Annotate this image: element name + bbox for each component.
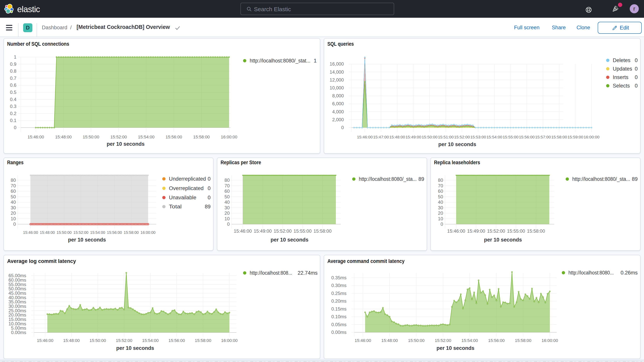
svg-text:Inserts: Inserts [613, 74, 628, 80]
svg-text:15:46:00: 15:46:00 [357, 135, 373, 139]
svg-text:40: 40 [224, 200, 230, 205]
svg-text:Selects: Selects [613, 83, 630, 89]
svg-text:1: 1 [314, 58, 316, 64]
svg-text:0: 0 [635, 66, 638, 72]
svg-text:0.20ms: 0.20ms [331, 298, 346, 304]
svg-text:0: 0 [341, 125, 344, 130]
svg-text:Updates: Updates [613, 66, 632, 72]
svg-text:15:46:00: 15:46:00 [28, 134, 44, 139]
svg-text:15:58:00: 15:58:00 [124, 230, 139, 234]
svg-text:14,000: 14,000 [330, 70, 344, 74]
svg-text:0.00ms: 0.00ms [331, 330, 346, 335]
svg-text:10: 10 [438, 216, 443, 221]
svg-text:0.5: 0.5 [10, 90, 16, 95]
svg-text:Ranges: Ranges [7, 160, 24, 166]
svg-text:15:54:00: 15:54:00 [142, 338, 159, 343]
svg-text:15:48:00: 15:48:00 [40, 230, 55, 234]
svg-text:15:54:00: 15:54:00 [486, 135, 502, 139]
svg-text:89: 89 [205, 204, 210, 210]
svg-text:15:46:00: 15:46:00 [447, 228, 465, 234]
svg-text:16:00:00: 16:00:00 [584, 135, 600, 139]
svg-text:10: 10 [224, 216, 230, 221]
svg-text:per 10 seconds: per 10 seconds [436, 345, 474, 351]
svg-text:4,000: 4,000 [332, 109, 344, 114]
svg-text:16:00:00: 16:00:00 [221, 338, 238, 343]
svg-text:80: 80 [224, 178, 230, 183]
svg-text:0.1: 0.1 [10, 118, 16, 123]
svg-text:40: 40 [10, 200, 16, 205]
svg-text:Overreplicated: Overreplicated [169, 186, 204, 191]
svg-text:15:58:00: 15:58:00 [193, 134, 210, 139]
svg-text:15:59:00: 15:59:00 [568, 135, 583, 139]
svg-text:0: 0 [208, 195, 210, 200]
svg-text:60: 60 [438, 188, 443, 194]
svg-text:per 10 seconds: per 10 seconds [270, 237, 308, 243]
svg-text:60: 60 [224, 188, 230, 194]
svg-text:SQL queries: SQL queries [328, 41, 354, 47]
svg-text:0.10ms: 0.10ms [331, 314, 346, 319]
svg-text:0: 0 [635, 74, 638, 80]
svg-text:0.26ms: 0.26ms [620, 270, 638, 276]
svg-text:15:52:00: 15:52:00 [116, 338, 132, 343]
svg-text:15:47:00: 15:47:00 [373, 135, 389, 139]
svg-text:15:53:00: 15:53:00 [470, 135, 486, 139]
svg-text:22.74ms: 22.74ms [298, 270, 318, 276]
svg-text:65.00ms: 65.00ms [8, 273, 26, 278]
svg-text:12,000: 12,000 [330, 77, 344, 82]
svg-text:per 10 seconds: per 10 seconds [68, 237, 106, 243]
svg-text:Total: Total [169, 204, 182, 210]
svg-text:0.15ms: 0.15ms [331, 306, 346, 312]
svg-text:15:56:00: 15:56:00 [107, 230, 122, 234]
svg-text:70: 70 [224, 183, 230, 188]
svg-text:15:56:00: 15:56:00 [166, 134, 182, 139]
svg-text:15:48:00: 15:48:00 [389, 135, 405, 139]
svg-text:0.25ms: 0.25ms [331, 291, 346, 296]
svg-text:15:51:00: 15:51:00 [438, 135, 454, 139]
svg-text:0.8: 0.8 [10, 68, 16, 74]
svg-text:15:48:00: 15:48:00 [63, 338, 80, 343]
svg-text:60: 60 [10, 188, 16, 194]
svg-text:http://localhost:8080/_sta...: http://localhost:8080/_sta... [572, 176, 630, 182]
svg-text:15:50:00: 15:50:00 [83, 134, 99, 139]
svg-text:16:00:00: 16:00:00 [542, 338, 558, 343]
svg-text:15:49:00: 15:49:00 [406, 135, 421, 139]
svg-text:Average command commit latency: Average command commit latency [328, 258, 404, 264]
svg-text:0.05ms: 0.05ms [331, 322, 346, 327]
svg-text:0: 0 [13, 222, 16, 227]
svg-text:30: 30 [10, 205, 16, 210]
svg-text:Replica leaseholders: Replica leaseholders [434, 160, 480, 166]
svg-text:15:56:00: 15:56:00 [488, 338, 505, 343]
svg-text:16,000: 16,000 [330, 61, 344, 66]
svg-text:15:52:00: 15:52:00 [74, 230, 88, 234]
svg-text:0.7: 0.7 [10, 76, 16, 81]
svg-text:15:52:00: 15:52:00 [435, 338, 452, 343]
svg-text:15:54:00: 15:54:00 [462, 338, 478, 343]
svg-text:15:55:00: 15:55:00 [507, 228, 525, 234]
svg-text:15:48:00: 15:48:00 [382, 338, 398, 343]
svg-text:80: 80 [438, 178, 443, 183]
svg-text:15:55:00: 15:55:00 [503, 135, 518, 139]
svg-text:20: 20 [10, 210, 16, 216]
svg-text:15:58:00: 15:58:00 [314, 228, 332, 234]
svg-text:per 10 seconds: per 10 seconds [107, 141, 144, 147]
svg-text:0.3: 0.3 [10, 104, 16, 109]
svg-text:Underreplicated: Underreplicated [169, 176, 206, 182]
svg-text:15:49:00: 15:49:00 [254, 228, 272, 234]
svg-text:0.4: 0.4 [10, 97, 16, 102]
svg-text:Replicas per Store: Replicas per Store [220, 160, 261, 166]
svg-text:10: 10 [10, 216, 16, 221]
svg-text:30: 30 [438, 205, 443, 210]
svg-text:15:56:00: 15:56:00 [168, 338, 185, 343]
svg-text:0: 0 [440, 222, 443, 227]
svg-text:15:46:00: 15:46:00 [23, 230, 38, 234]
svg-text:0: 0 [208, 176, 210, 182]
svg-text:40: 40 [438, 200, 443, 205]
svg-text:50: 50 [438, 194, 443, 199]
svg-text:89: 89 [632, 176, 638, 182]
svg-text:15:58:00: 15:58:00 [515, 338, 532, 343]
svg-text:per 10 seconds: per 10 seconds [438, 142, 476, 147]
svg-text:80: 80 [10, 178, 16, 183]
svg-text:89: 89 [418, 176, 424, 182]
svg-text:6,000: 6,000 [332, 101, 344, 106]
svg-text:15:46:00: 15:46:00 [354, 338, 371, 343]
